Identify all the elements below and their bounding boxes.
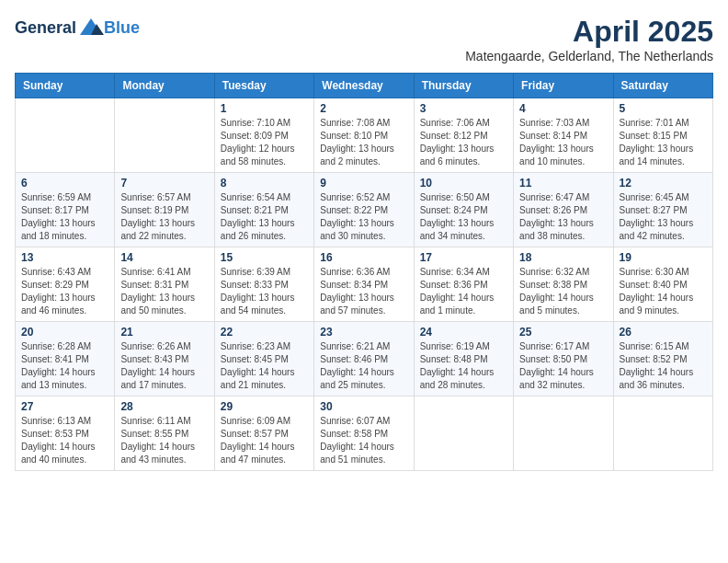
- month-title: April 2025: [465, 15, 713, 49]
- calendar-cell: 19Sunrise: 6:30 AM Sunset: 8:40 PM Dayli…: [613, 247, 712, 322]
- day-number: 9: [320, 177, 407, 190]
- day-number: 2: [320, 102, 407, 115]
- day-number: 12: [620, 177, 707, 190]
- calendar-cell: 3Sunrise: 7:06 AM Sunset: 8:12 PM Daylig…: [414, 98, 513, 173]
- calendar-cell: 20Sunrise: 6:28 AM Sunset: 8:41 PM Dayli…: [16, 322, 115, 396]
- day-info: Sunrise: 7:03 AM Sunset: 8:14 PM Dayligh…: [519, 117, 607, 168]
- day-info: Sunrise: 6:50 AM Sunset: 8:24 PM Dayligh…: [420, 191, 507, 243]
- calendar-cell: 12Sunrise: 6:45 AM Sunset: 8:27 PM Dayli…: [613, 173, 712, 247]
- day-number: 20: [21, 326, 108, 339]
- day-number: 8: [221, 177, 308, 190]
- day-number: 4: [519, 102, 607, 115]
- day-info: Sunrise: 6:45 AM Sunset: 8:27 PM Dayligh…: [620, 191, 707, 243]
- day-info: Sunrise: 6:23 AM Sunset: 8:45 PM Dayligh…: [221, 340, 308, 392]
- day-info: Sunrise: 6:59 AM Sunset: 8:17 PM Dayligh…: [21, 191, 108, 243]
- day-number: 17: [420, 251, 507, 264]
- day-number: 11: [519, 177, 607, 190]
- week-row-5: 27Sunrise: 6:13 AM Sunset: 8:53 PM Dayli…: [16, 396, 713, 471]
- week-row-2: 6Sunrise: 6:59 AM Sunset: 8:17 PM Daylig…: [16, 173, 713, 247]
- day-info: Sunrise: 6:13 AM Sunset: 8:53 PM Dayligh…: [21, 415, 108, 466]
- day-info: Sunrise: 6:19 AM Sunset: 8:48 PM Dayligh…: [420, 340, 507, 392]
- day-info: Sunrise: 6:07 AM Sunset: 8:58 PM Dayligh…: [320, 415, 407, 466]
- day-number: 15: [221, 251, 308, 264]
- day-info: Sunrise: 6:39 AM Sunset: 8:33 PM Dayligh…: [221, 266, 308, 317]
- calendar-cell: 21Sunrise: 6:26 AM Sunset: 8:43 PM Dayli…: [115, 322, 214, 396]
- calendar-cell: 30Sunrise: 6:07 AM Sunset: 8:58 PM Dayli…: [314, 396, 414, 471]
- weekday-header-saturday: Saturday: [613, 74, 712, 98]
- day-number: 16: [320, 251, 407, 264]
- logo: General Blue: [15, 15, 140, 40]
- calendar-cell: 2Sunrise: 7:08 AM Sunset: 8:10 PM Daylig…: [314, 98, 414, 173]
- day-number: 23: [320, 326, 407, 339]
- day-number: 29: [221, 400, 308, 413]
- day-number: 19: [620, 251, 707, 264]
- logo-text-general: General: [15, 18, 76, 38]
- day-number: 10: [420, 177, 507, 190]
- day-info: Sunrise: 6:17 AM Sunset: 8:50 PM Dayligh…: [519, 340, 607, 392]
- day-info: Sunrise: 6:57 AM Sunset: 8:19 PM Dayligh…: [120, 191, 208, 243]
- calendar-cell: [514, 396, 613, 471]
- title-area: April 2025 Matengaarde, Gelderland, The …: [465, 15, 713, 63]
- day-info: Sunrise: 6:09 AM Sunset: 8:57 PM Dayligh…: [221, 415, 308, 466]
- day-info: Sunrise: 6:15 AM Sunset: 8:52 PM Dayligh…: [620, 340, 707, 392]
- calendar-cell: 24Sunrise: 6:19 AM Sunset: 8:48 PM Dayli…: [414, 322, 513, 396]
- week-row-1: 1Sunrise: 7:10 AM Sunset: 8:09 PM Daylig…: [16, 98, 713, 173]
- calendar-cell: [613, 396, 712, 471]
- calendar-cell: 15Sunrise: 6:39 AM Sunset: 8:33 PM Dayli…: [214, 247, 313, 322]
- day-number: 14: [120, 251, 208, 264]
- day-info: Sunrise: 6:11 AM Sunset: 8:55 PM Dayligh…: [120, 415, 208, 466]
- weekday-header-monday: Monday: [115, 74, 214, 98]
- calendar-cell: 17Sunrise: 6:34 AM Sunset: 8:36 PM Dayli…: [414, 247, 513, 322]
- day-number: 30: [320, 400, 407, 413]
- calendar-cell: [16, 98, 115, 173]
- day-info: Sunrise: 6:26 AM Sunset: 8:43 PM Dayligh…: [120, 340, 208, 392]
- calendar-cell: 9Sunrise: 6:52 AM Sunset: 8:22 PM Daylig…: [314, 173, 414, 247]
- weekday-header-sunday: Sunday: [16, 74, 115, 98]
- day-info: Sunrise: 6:41 AM Sunset: 8:31 PM Dayligh…: [120, 266, 208, 317]
- weekday-header-tuesday: Tuesday: [214, 74, 313, 98]
- calendar-cell: 1Sunrise: 7:10 AM Sunset: 8:09 PM Daylig…: [214, 98, 313, 173]
- calendar-cell: 16Sunrise: 6:36 AM Sunset: 8:34 PM Dayli…: [314, 247, 414, 322]
- header: General Blue April 2025 Matengaarde, Gel…: [15, 15, 713, 63]
- calendar-cell: 8Sunrise: 6:54 AM Sunset: 8:21 PM Daylig…: [214, 173, 313, 247]
- day-number: 7: [120, 177, 208, 190]
- day-info: Sunrise: 7:08 AM Sunset: 8:10 PM Dayligh…: [320, 117, 407, 168]
- calendar-cell: 22Sunrise: 6:23 AM Sunset: 8:45 PM Dayli…: [214, 322, 313, 396]
- day-number: 24: [420, 326, 507, 339]
- calendar-cell: 5Sunrise: 7:01 AM Sunset: 8:15 PM Daylig…: [613, 98, 712, 173]
- day-number: 13: [21, 251, 108, 264]
- day-number: 28: [120, 400, 208, 413]
- day-number: 22: [221, 326, 308, 339]
- calendar-cell: 6Sunrise: 6:59 AM Sunset: 8:17 PM Daylig…: [16, 173, 115, 247]
- weekday-header-wednesday: Wednesday: [314, 74, 414, 98]
- day-number: 3: [420, 102, 507, 115]
- calendar-cell: 26Sunrise: 6:15 AM Sunset: 8:52 PM Dayli…: [613, 322, 712, 396]
- day-info: Sunrise: 6:43 AM Sunset: 8:29 PM Dayligh…: [21, 266, 108, 317]
- day-info: Sunrise: 7:06 AM Sunset: 8:12 PM Dayligh…: [420, 117, 507, 168]
- calendar-cell: 10Sunrise: 6:50 AM Sunset: 8:24 PM Dayli…: [414, 173, 513, 247]
- day-info: Sunrise: 6:21 AM Sunset: 8:46 PM Dayligh…: [320, 340, 407, 392]
- day-info: Sunrise: 6:36 AM Sunset: 8:34 PM Dayligh…: [320, 266, 407, 317]
- calendar-cell: 14Sunrise: 6:41 AM Sunset: 8:31 PM Dayli…: [115, 247, 214, 322]
- calendar-cell: 7Sunrise: 6:57 AM Sunset: 8:19 PM Daylig…: [115, 173, 214, 247]
- day-number: 5: [620, 102, 707, 115]
- day-number: 6: [21, 177, 108, 190]
- calendar-cell: 18Sunrise: 6:32 AM Sunset: 8:38 PM Dayli…: [514, 247, 613, 322]
- location-title: Matengaarde, Gelderland, The Netherlands: [465, 49, 713, 63]
- calendar-cell: 13Sunrise: 6:43 AM Sunset: 8:29 PM Dayli…: [16, 247, 115, 322]
- week-row-3: 13Sunrise: 6:43 AM Sunset: 8:29 PM Dayli…: [16, 247, 713, 322]
- weekday-header-row: SundayMondayTuesdayWednesdayThursdayFrid…: [16, 74, 713, 98]
- weekday-header-thursday: Thursday: [414, 74, 513, 98]
- day-info: Sunrise: 6:28 AM Sunset: 8:41 PM Dayligh…: [21, 340, 108, 392]
- logo-text-blue: Blue: [104, 18, 140, 38]
- day-number: 25: [519, 326, 607, 339]
- week-row-4: 20Sunrise: 6:28 AM Sunset: 8:41 PM Dayli…: [16, 322, 713, 396]
- day-info: Sunrise: 6:52 AM Sunset: 8:22 PM Dayligh…: [320, 191, 407, 243]
- day-number: 18: [519, 251, 607, 264]
- day-info: Sunrise: 6:34 AM Sunset: 8:36 PM Dayligh…: [420, 266, 507, 317]
- day-info: Sunrise: 7:10 AM Sunset: 8:09 PM Dayligh…: [221, 117, 308, 168]
- day-info: Sunrise: 6:47 AM Sunset: 8:26 PM Dayligh…: [519, 191, 607, 243]
- day-number: 1: [221, 102, 308, 115]
- calendar: SundayMondayTuesdayWednesdayThursdayFrid…: [15, 73, 713, 471]
- calendar-cell: [414, 396, 513, 471]
